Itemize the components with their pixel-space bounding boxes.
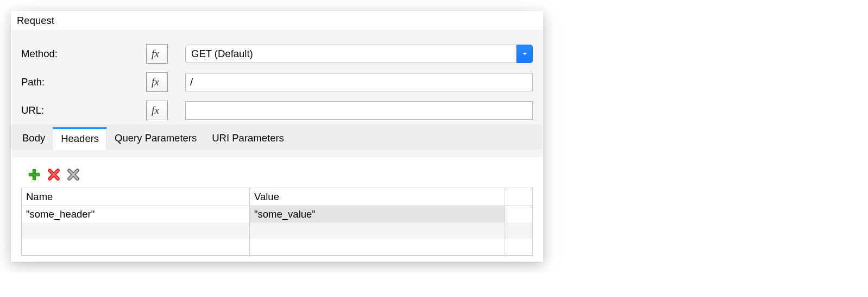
- cell-name[interactable]: "some_header": [22, 206, 250, 222]
- request-form: Method: fx GET (Default) Path: fx: [11, 30, 543, 157]
- method-row: Method: fx GET (Default): [11, 40, 543, 68]
- cell-extra: [505, 239, 532, 255]
- request-panel: Request Method: fx GET (Default) Path:: [11, 11, 543, 262]
- headers-toolbar: [21, 167, 533, 182]
- x-icon: [47, 168, 61, 182]
- chevron-down-icon: [521, 51, 528, 57]
- path-input[interactable]: [185, 73, 533, 91]
- fx-icon: fx: [151, 104, 163, 117]
- svg-text:fx: fx: [151, 104, 159, 116]
- url-input[interactable]: [185, 101, 533, 120]
- x-disabled-icon: [66, 168, 80, 182]
- table-header: Name Value: [22, 188, 532, 206]
- cell-value[interactable]: [250, 239, 505, 255]
- cell-extra: [505, 206, 532, 222]
- path-fx-button[interactable]: fx: [146, 72, 168, 92]
- tab-headers[interactable]: Headers: [53, 127, 107, 150]
- svg-rect-4: [29, 173, 40, 176]
- method-select-arrow[interactable]: [517, 45, 533, 63]
- path-row: Path: fx: [11, 68, 543, 96]
- url-fx-button[interactable]: fx: [146, 101, 168, 120]
- clear-headers-button[interactable]: [66, 167, 81, 182]
- url-row: URL: fx: [11, 96, 543, 125]
- tab-body[interactable]: Body: [15, 127, 53, 150]
- tab-query-parameters[interactable]: Query Parameters: [107, 127, 204, 150]
- path-label: Path:: [21, 76, 146, 88]
- column-value[interactable]: Value: [250, 188, 505, 206]
- method-label: Method:: [21, 48, 146, 60]
- cell-value[interactable]: "some_value": [250, 206, 505, 222]
- delete-header-button[interactable]: [46, 167, 61, 182]
- table-row[interactable]: "some_header" "some_value": [22, 206, 532, 222]
- cell-name[interactable]: [22, 239, 250, 255]
- method-select[interactable]: GET (Default): [185, 45, 533, 63]
- fx-icon: fx: [151, 76, 163, 89]
- method-fx-button[interactable]: fx: [146, 44, 168, 64]
- table-body: "some_header" "some_value": [22, 206, 532, 255]
- tab-uri-parameters[interactable]: URI Parameters: [204, 127, 292, 150]
- add-header-button[interactable]: [27, 167, 42, 182]
- table-row-empty[interactable]: [22, 239, 532, 255]
- method-select-value: GET (Default): [185, 45, 517, 63]
- table-row-empty[interactable]: [22, 222, 532, 239]
- svg-text:fx: fx: [151, 48, 159, 59]
- panel-title: Request: [11, 11, 543, 30]
- column-extra: [505, 188, 532, 206]
- column-name[interactable]: Name: [22, 188, 250, 206]
- headers-table: Name Value "some_header" "some_value": [21, 188, 533, 256]
- url-label: URL:: [21, 104, 146, 116]
- cell-extra: [505, 222, 532, 239]
- cell-name[interactable]: [22, 222, 250, 239]
- cell-value[interactable]: [250, 222, 505, 239]
- headers-tab-content: Name Value "some_header" "some_value": [11, 157, 543, 261]
- svg-text:fx: fx: [151, 76, 159, 88]
- plus-icon: [27, 168, 41, 182]
- fx-icon: fx: [151, 48, 163, 60]
- tabs-bar: Body Headers Query Parameters URI Parame…: [11, 125, 543, 150]
